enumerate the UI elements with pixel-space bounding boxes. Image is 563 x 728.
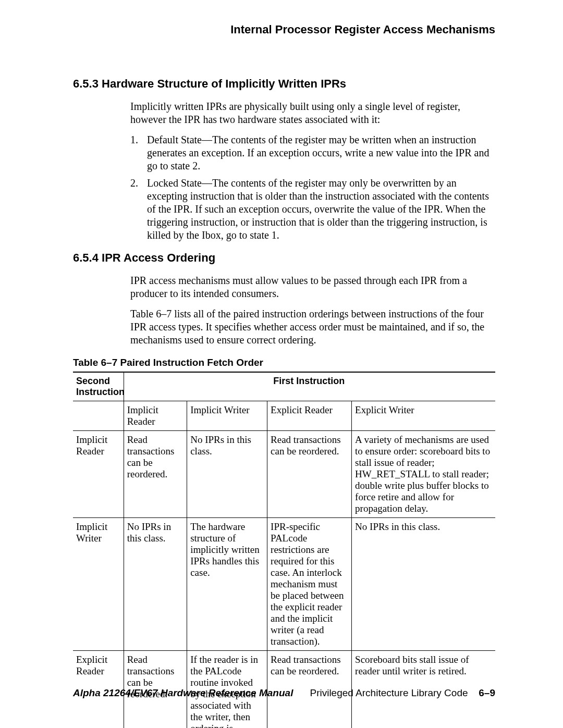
table-cell: No IPRs in this class. (187, 431, 267, 518)
table-row: Implicit Writer No IPRs in this class. T… (73, 518, 495, 651)
table-row: Implicit Reader Read transactions can be… (73, 431, 495, 518)
table-empty-cell (73, 401, 124, 431)
table-cell: A variety of mechanisms are used to ensu… (352, 431, 495, 518)
row-label: Implicit Writer (73, 518, 124, 651)
table-span-header: First Instruction (124, 372, 495, 401)
table-col-header: Explicit Writer (352, 401, 495, 431)
table-cell: The hardware structure of implicitly wri… (187, 518, 267, 651)
para: Table 6–7 lists all of the paired instru… (130, 307, 495, 347)
footer-section: Privileged Architecture Library Code (310, 687, 468, 698)
table-caption: Table 6–7 Paired Instruction Fetch Order (73, 357, 495, 368)
table-cell: Read transactions can be reordered. (124, 431, 187, 518)
table-col-header: Implicit Writer (187, 401, 267, 431)
section-6-5-4-body: IPR access mechanisms must allow values … (130, 274, 495, 347)
table-cell: IPR-specific PALcode restrictions are re… (267, 518, 352, 651)
list-item: 2. Locked State—The contents of the regi… (130, 177, 495, 242)
row-label: Implicit Reader (73, 431, 124, 518)
heading-6-5-4: 6.5.4 IPR Access Ordering (73, 251, 495, 265)
footer-right: Privileged Architecture Library Code 6–9 (310, 687, 495, 699)
list-text: Locked State—The contents of the registe… (147, 177, 495, 242)
page: Internal Processor Register Access Mecha… (0, 0, 563, 728)
state-list: 1. Default State—The contents of the reg… (130, 133, 495, 242)
list-number: 2. (130, 177, 147, 242)
table-corner-header: Second Instruction (73, 372, 124, 401)
table-col-header: Explicit Reader (267, 401, 352, 431)
list-number: 1. (130, 133, 147, 172)
para: IPR access mechanisms must allow values … (130, 274, 495, 300)
list-item: 1. Default State—The contents of the reg… (130, 133, 495, 172)
table-col-header: Implicit Reader (124, 401, 187, 431)
heading-6-5-3: 6.5.3 Hardware Structure of Implicitly W… (73, 77, 495, 91)
page-footer: Alpha 21264/EV67 Hardware Reference Manu… (73, 687, 495, 699)
intro-para: Implicitly written IPRs are physically b… (130, 100, 495, 126)
running-head: Internal Processor Register Access Mecha… (73, 23, 495, 36)
list-text: Default State—The contents of the regist… (147, 133, 495, 172)
paired-instruction-table: Second Instruction First Instruction Imp… (73, 372, 495, 728)
table-cell: No IPRs in this class. (352, 518, 495, 651)
table-cell: Read transactions can be reordered. (267, 431, 352, 518)
table-cell: No IPRs in this class. (124, 518, 187, 651)
section-6-5-3-body: Implicitly written IPRs are physically b… (130, 100, 495, 242)
footer-page-number: 6–9 (479, 687, 495, 698)
footer-manual-title: Alpha 21264/EV67 Hardware Reference Manu… (73, 687, 293, 699)
